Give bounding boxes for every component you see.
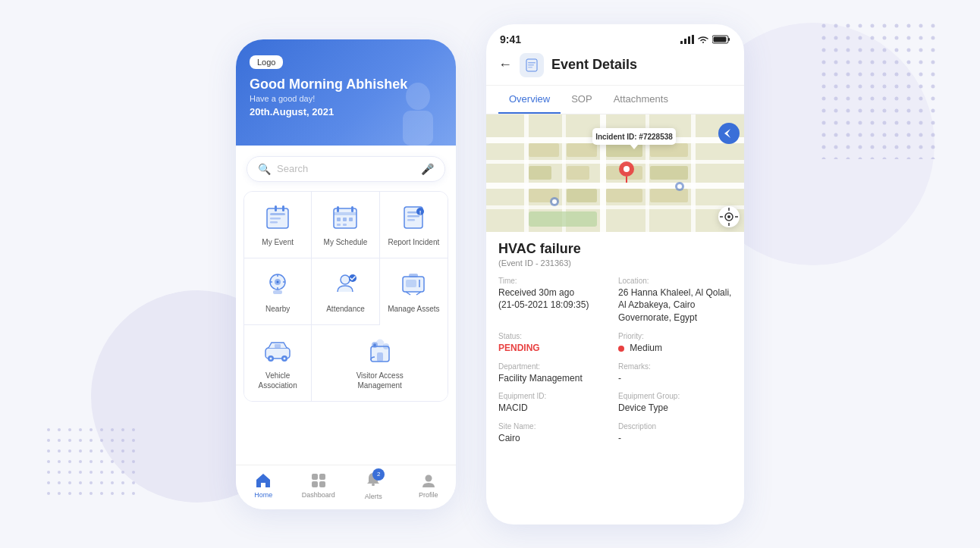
nav-alerts-label: Alerts [365, 493, 382, 500]
svg-rect-1 [821, 23, 942, 159]
svg-rect-63 [688, 36, 690, 44]
time-label: Time: [498, 277, 612, 285]
bg-dots-top-right [821, 23, 942, 159]
svg-rect-48 [275, 344, 281, 348]
header-person-icon [388, 77, 448, 146]
nav-item-alerts[interactable]: 2 Alerts [354, 471, 392, 500]
nav-item-profile[interactable]: Profile [410, 471, 448, 500]
svg-point-102 [677, 184, 682, 189]
field-site-name: Site Name: Cairo [498, 422, 612, 445]
profile-icon [419, 471, 438, 490]
search-bar[interactable]: 🔍 Search 🎤 [247, 156, 445, 182]
visitor-access-label: Visitor Access Management [357, 371, 404, 390]
grid-item-vehicle-association[interactable]: Vehicle Association [244, 325, 312, 401]
svg-rect-82 [529, 143, 559, 157]
site-name-value: Cairo [498, 432, 612, 445]
signal-icon [680, 35, 694, 44]
map-svg: Incident ID: #7228538 [486, 114, 744, 232]
svg-rect-19 [337, 224, 341, 226]
grid-item-manage-assets[interactable]: Manage Assets [380, 258, 448, 325]
event-details-title: Event Details [551, 57, 637, 73]
svg-point-52 [373, 343, 376, 346]
priority-dot [618, 346, 624, 352]
svg-rect-9 [270, 221, 278, 224]
phone1-header: Logo Good Morning Abhishek Have a good d… [236, 39, 456, 146]
svg-point-60 [425, 474, 432, 481]
vehicle-association-icon [261, 336, 294, 366]
nav-home-label: Home [254, 491, 272, 499]
back-button[interactable]: ← [498, 57, 512, 73]
description-value: - [618, 432, 732, 445]
svg-rect-58 [319, 481, 325, 487]
wifi-icon [697, 35, 709, 44]
mic-icon[interactable]: 🎤 [421, 163, 434, 175]
nav-dashboard-label: Dashboard [302, 491, 335, 499]
event-details-icon [520, 53, 544, 77]
field-priority: Priority: Medium [618, 332, 732, 355]
bg-dots-bottom-left [46, 427, 137, 503]
tab-overview[interactable]: Overview [498, 86, 561, 114]
svg-point-104 [552, 199, 557, 204]
priority-label: Priority: [618, 332, 732, 340]
svg-rect-3 [46, 427, 137, 503]
equipment-id-label: Equipment ID: [498, 392, 612, 400]
svg-rect-91 [567, 189, 597, 202]
svg-rect-15 [351, 206, 353, 212]
svg-rect-13 [334, 212, 357, 215]
svg-point-4 [406, 83, 430, 110]
logo-label: Logo [250, 55, 283, 69]
svg-point-105 [718, 123, 740, 144]
grid-item-my-schedule[interactable]: My Schedule [312, 192, 379, 258]
visitor-access-icon [363, 336, 397, 366]
svg-point-45 [270, 357, 272, 359]
manage-assets-icon [397, 269, 430, 299]
tab-sop[interactable]: SOP [561, 86, 602, 114]
bottom-nav: Home Dashboard [236, 465, 456, 509]
time-value: Received 30m ago(21-05-2021 18:09:35) [498, 287, 612, 312]
svg-rect-67 [714, 36, 727, 42]
equipment-group-label: Equipment Group: [618, 392, 732, 400]
svg-rect-17 [343, 218, 347, 221]
home-icon [254, 471, 272, 490]
svg-rect-70 [528, 64, 534, 66]
svg-rect-50 [377, 352, 383, 362]
dashboard-icon [309, 471, 328, 490]
status-value: PENDING [498, 342, 612, 355]
svg-rect-14 [337, 206, 339, 212]
svg-rect-71 [528, 67, 532, 68]
my-schedule-icon [328, 202, 362, 233]
event-body: HVAC failure (Event ID - 231363) Time: R… [486, 232, 744, 455]
svg-rect-11 [282, 205, 284, 211]
grid-item-attendance[interactable]: Attendance [312, 258, 379, 325]
grid-item-my-event[interactable]: My Event [244, 192, 312, 258]
alerts-badge: 2 [372, 468, 385, 481]
grid-item-visitor-access[interactable]: Visitor Access Management [312, 325, 448, 401]
svg-rect-83 [529, 166, 551, 180]
my-event-icon [261, 202, 294, 233]
nav-item-dashboard[interactable]: Dashboard [300, 471, 338, 500]
svg-rect-10 [275, 205, 277, 211]
status-icons [680, 35, 730, 44]
svg-rect-56 [319, 474, 325, 480]
tab-attachments[interactable]: Attachments [603, 86, 679, 114]
phone-2: 9:41 [486, 24, 744, 525]
menu-grid-section: My Event [236, 182, 456, 402]
grid-item-report-incident[interactable]: ! Report Incident [380, 192, 448, 258]
status-label: Status: [498, 332, 612, 340]
field-location: Location: 26 Hanna Khaleel, Al Qolali, A… [618, 277, 732, 324]
remarks-label: Remarks: [618, 362, 732, 371]
menu-grid: My Event [243, 191, 448, 402]
svg-rect-7 [270, 213, 285, 215]
svg-point-35 [341, 275, 350, 284]
svg-rect-81 [691, 114, 696, 232]
svg-rect-85 [567, 166, 589, 180]
svg-rect-23 [407, 215, 419, 218]
my-event-label: My Event [262, 237, 294, 247]
svg-point-108 [727, 215, 730, 218]
grid-item-nearby[interactable]: Nearby [244, 258, 312, 325]
equipment-group-value: Device Type [618, 402, 732, 415]
svg-rect-34 [273, 290, 282, 294]
nearby-icon [261, 269, 294, 299]
svg-rect-77 [524, 114, 529, 232]
nav-item-home[interactable]: Home [244, 471, 282, 500]
